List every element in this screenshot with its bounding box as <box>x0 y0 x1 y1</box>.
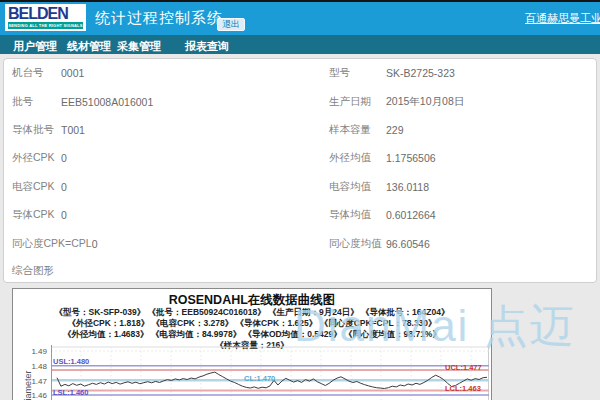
form-row: 电容CPK0 电容均值136.0118 <box>4 173 596 201</box>
chart-panel: ROSENDAHL在线数据曲线图 《型号：SK-SFP-039》 《批号：EEB… <box>12 288 492 400</box>
field-value-sample-size: 229 <box>386 124 404 136</box>
form-row: 导体CPK0 导体均值0.6012664 <box>4 201 596 229</box>
form-row: 批号EEB51008A016001 生产日期2015年10月08日 <box>4 87 596 115</box>
belden-logo-tagline: SENDING ALL THE RIGHT SIGNALS <box>8 22 83 29</box>
app-title: 统计过程控制系统 <box>95 9 223 28</box>
field-label-conductor-cpk: 导体CPK <box>12 208 61 222</box>
section-label-composite-graph: 综合图形 <box>12 264 54 278</box>
field-value-concentricity-mean: 96.60546 <box>386 238 430 250</box>
field-value-batch-no: EEB51008A016001 <box>61 96 153 108</box>
field-value-conductor-mean: 0.6012664 <box>386 209 436 221</box>
detail-panel: 机台号0001 型号SK-B2725-323 批号EEB51008A016001… <box>3 58 597 283</box>
y-axis-tick: 1.48 <box>19 362 47 371</box>
main-nav: 用户管理 线材管理 采集管理 报表查询 <box>0 35 600 54</box>
nav-item-report-query[interactable]: 报表查询 <box>185 39 229 54</box>
field-value-model: SK-B2725-323 <box>386 67 455 79</box>
field-label-od-mean: 外径均值 <box>329 151 386 165</box>
form-row: 外径CPK0 外径均值1.1756506 <box>4 144 596 172</box>
app-header: BELDEN SENDING ALL THE RIGHT SIGNALS 统计过… <box>0 0 600 35</box>
nav-item-collect-management[interactable]: 采集管理 <box>117 39 161 54</box>
ucl-line-label: UCL:1.477 <box>445 363 482 372</box>
field-value-od-mean: 1.1756506 <box>386 152 436 164</box>
field-label-concentricity-mean: 同心度均值 <box>329 237 386 251</box>
field-value-capacitance-cpk: 0 <box>61 181 67 193</box>
field-label-batch-no: 批号 <box>12 95 61 109</box>
nav-item-user-management[interactable]: 用户管理 <box>13 39 57 54</box>
y-axis-tick: 1.46 <box>19 391 47 400</box>
field-label-capacitance-mean: 电容均值 <box>329 180 386 194</box>
form-row: 同心度CPK=CPL0 同心度均值96.60546 <box>4 229 596 257</box>
field-label-conductor-batch: 导体批号 <box>12 123 61 137</box>
belden-logo[interactable]: BELDEN SENDING ALL THE RIGHT SIGNALS <box>5 4 86 31</box>
field-value-production-date: 2015年10月08日 <box>386 95 464 109</box>
y-axis-tick: 1.49 <box>19 347 47 356</box>
company-link[interactable]: 百通赫思曼工业（ <box>525 11 600 26</box>
nav-item-wire-management[interactable]: 线材管理 <box>67 39 111 54</box>
field-value-conductor-cpk: 0 <box>61 209 67 221</box>
field-value-machine-no: 0001 <box>61 67 84 79</box>
cl-line-label: CL:1.470 <box>244 374 275 383</box>
belden-logo-text: BELDEN <box>8 5 83 22</box>
form-row: 机台号0001 型号SK-B2725-323 <box>4 59 596 87</box>
field-label-conductor-mean: 导体均值 <box>329 208 386 222</box>
y-axis-tick: 1.47 <box>19 377 47 386</box>
field-value-capacitance-mean: 136.0118 <box>386 181 429 193</box>
field-value-concentricity-cpk: 0 <box>92 238 98 250</box>
control-chart-plot <box>51 345 489 400</box>
field-label-production-date: 生产日期 <box>329 95 386 109</box>
field-label-capacitance-cpk: 电容CPK <box>12 180 61 194</box>
form-row: 导体批号T001 样本容量229 <box>4 116 596 144</box>
field-value-od-cpk: 0 <box>61 152 67 164</box>
field-value-conductor-batch: T001 <box>61 124 85 136</box>
logout-button[interactable]: 退出 <box>217 18 245 31</box>
field-label-machine-no: 机台号 <box>12 66 61 80</box>
screen: BELDEN SENDING ALL THE RIGHT SIGNALS 统计过… <box>0 0 600 400</box>
lsl-line-label: LSL:1.460 <box>53 388 88 397</box>
field-label-od-cpk: 外径CPK <box>12 151 61 165</box>
window-top-edge <box>0 0 600 2</box>
field-label-model: 型号 <box>329 66 386 80</box>
field-label-sample-size: 样本容量 <box>329 123 386 137</box>
lcl-line-label: LCL:1.463 <box>445 384 481 393</box>
field-label-concentricity-cpk: 同心度CPK=CPL <box>12 237 92 251</box>
usl-line-label: USL:1.480 <box>53 357 89 366</box>
